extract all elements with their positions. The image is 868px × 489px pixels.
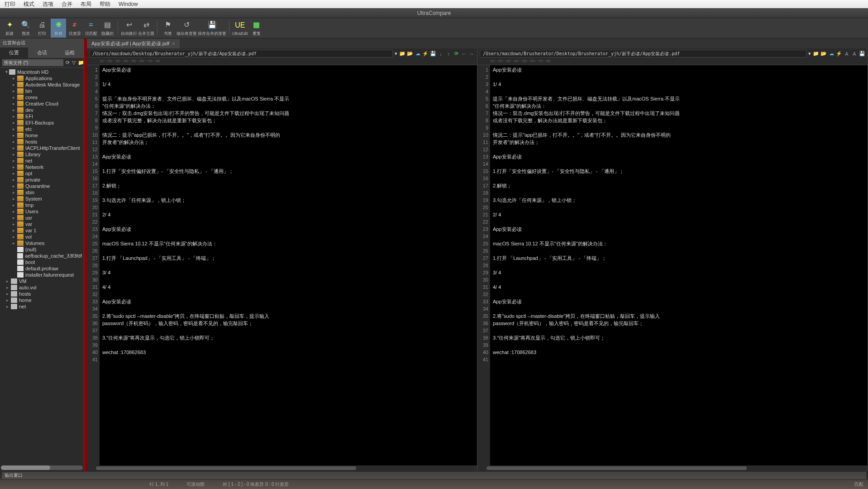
ignore-button[interactable]: ↺做出有变更 <box>176 19 197 38</box>
ultraedit-button[interactable]: UEUltraEdit <box>232 19 248 38</box>
duplicate-button[interactable]: ▦重复 <box>249 19 264 38</box>
new-button[interactable]: ✦新建 <box>2 19 17 38</box>
menu-merge[interactable]: 合并 <box>62 0 72 8</box>
menu-layout[interactable]: 布局 <box>81 0 91 8</box>
print-button[interactable]: 🖨打印 <box>34 19 50 38</box>
merge-button[interactable]: ⇄合并主题 <box>138 19 154 38</box>
diff-only-button[interactable]: ≠仅差异 <box>67 19 82 38</box>
window-titlebar: UltraCompare <box>0 8 868 18</box>
preview-button[interactable]: 🔍预览 <box>18 19 33 38</box>
menu-help[interactable]: 帮助 <box>100 0 110 8</box>
menu-options[interactable]: 选项 <box>43 0 53 8</box>
menu-window[interactable]: Window <box>119 1 138 7</box>
toolbar-divider <box>118 21 118 35</box>
menu-print[interactable]: 打印 <box>5 0 15 8</box>
menubar: 打印 模式 选项 合并 布局 帮助 Window <box>0 0 868 8</box>
match-only-button[interactable]: =仅匹配 <box>83 19 99 38</box>
toolbar-divider <box>229 21 229 35</box>
hide-button[interactable]: ▤隐藏的 <box>100 19 115 38</box>
window-title: UltraCompare <box>417 10 451 16</box>
main-toolbar: ✦新建 🔍预览 🖨打印 ❋所有 ≠仅差异 =仅匹配 ▤隐藏的 ↩自动换行 ⇄合并… <box>0 18 868 38</box>
menu-mode[interactable]: 模式 <box>24 0 34 8</box>
bookmark-button[interactable]: ⚑书签 <box>160 19 176 38</box>
all-button[interactable]: ❋所有 <box>51 19 66 38</box>
save-button[interactable]: 💾保存合并的变更 <box>198 19 226 38</box>
wrap-button[interactable]: ↩自动换行 <box>121 19 137 38</box>
toolbar-divider <box>157 21 157 35</box>
